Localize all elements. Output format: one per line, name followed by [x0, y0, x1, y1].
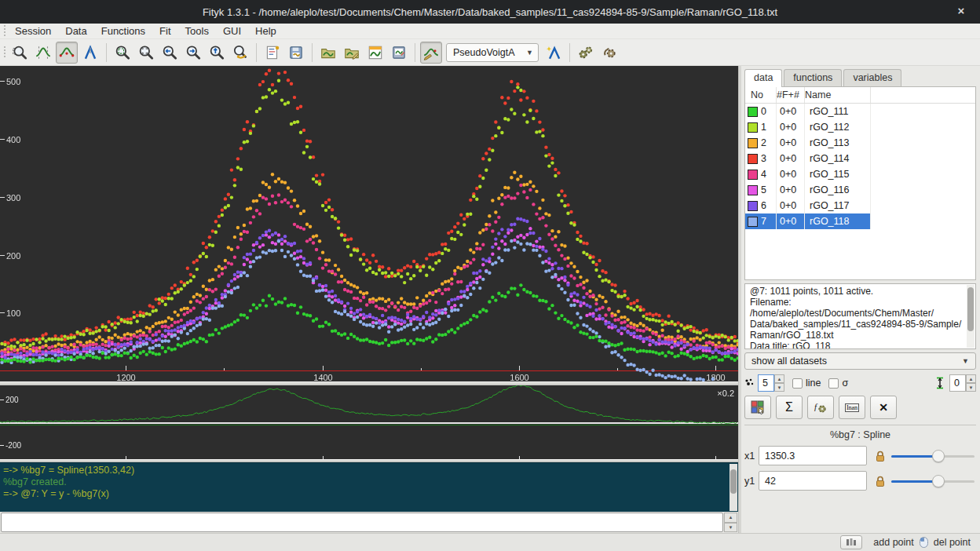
dataset-color-swatch[interactable] — [748, 185, 758, 195]
dataset-color-swatch[interactable] — [748, 170, 758, 180]
info-line: Data title: rGO_118 — [750, 341, 963, 349]
close-icon[interactable]: × — [953, 4, 969, 17]
save-session-icon — [287, 44, 305, 61]
param-y1-input[interactable]: 42 — [759, 471, 867, 491]
content-area: =-> %bg7 = Spline(1350.3,42) %bg7 create… — [0, 66, 980, 533]
table-row[interactable]: 1 0+0 rGO_112 — [745, 119, 975, 135]
zoom-right-button[interactable] — [182, 42, 204, 64]
shift-spinner[interactable]: 0 ▲▼ — [949, 374, 976, 392]
load-data-custom-button[interactable] — [341, 42, 363, 64]
shift-value[interactable]: 0 — [949, 374, 966, 392]
spin-up-icon[interactable]: ▲ — [966, 374, 976, 383]
param-x1-slider[interactable] — [891, 450, 975, 462]
baseline-mode-button[interactable] — [56, 42, 78, 64]
dataset-color-swatch[interactable] — [748, 107, 758, 117]
undo-fit-icon — [601, 44, 618, 61]
toolbar-separator — [256, 43, 257, 62]
zoom-all-button[interactable] — [112, 42, 133, 64]
menu-data[interactable]: Data — [58, 24, 93, 38]
chevron-down-icon: ▼ — [962, 357, 969, 365]
table-row[interactable]: 4 0+0 rGO_115 — [745, 166, 975, 182]
save-image-button[interactable] — [388, 42, 410, 64]
load-data-button[interactable] — [317, 42, 339, 64]
zoom-previous-button[interactable] — [229, 42, 251, 64]
spin-down-icon[interactable]: ▼ — [966, 383, 976, 392]
edit-function-mode-button[interactable] — [420, 42, 442, 64]
main-plot[interactable] — [0, 66, 738, 381]
zoom-selection-button[interactable] — [135, 42, 157, 64]
tab-variables[interactable]: variables — [843, 69, 901, 86]
param-x1-input[interactable]: 1350.3 — [759, 446, 867, 465]
menubar-grip[interactable] — [2, 25, 8, 38]
table-row[interactable]: 0 0+0 rGO_111 — [745, 104, 975, 119]
delete-button[interactable]: ✕ — [870, 396, 897, 419]
mouse-hints-button[interactable] — [840, 535, 862, 549]
slider-thumb[interactable] — [932, 475, 945, 487]
aux-plot[interactable] — [0, 385, 738, 459]
spin-up-icon[interactable]: ▲ — [774, 374, 784, 383]
tab-data[interactable]: data — [744, 69, 782, 87]
line-checkbox[interactable] — [792, 378, 803, 389]
add-peak-mode-button[interactable] — [79, 42, 101, 64]
command-input[interactable] — [1, 513, 723, 532]
menu-session[interactable]: Session — [8, 24, 58, 38]
main-toolbar: PseudoVoigtA ▼ — [0, 39, 980, 66]
sigma-checkbox[interactable] — [828, 378, 839, 389]
script-editor-button[interactable] — [261, 42, 283, 64]
auto-add-peak-button[interactable] — [543, 42, 565, 64]
table-row[interactable]: 2 0+0 rGO_113 — [745, 135, 975, 151]
menu-gui[interactable]: GUI — [216, 24, 248, 38]
menu-functions[interactable]: Functions — [94, 24, 152, 38]
zoom-rect-mode-button[interactable] — [9, 42, 31, 64]
sidebar-tabs: data functions variables — [744, 69, 976, 86]
sum-button[interactable]: Σ — [776, 396, 803, 419]
spin-down-icon[interactable]: ▼ — [774, 383, 784, 392]
dataset-color-swatch[interactable] — [748, 138, 758, 148]
menu-bar: Session Data Functions Fit Tools GUI Hel… — [0, 24, 980, 39]
history-up-icon[interactable]: ▲ — [724, 513, 737, 523]
table-row[interactable]: 5 0+0 rGO_116 — [745, 182, 975, 198]
zoom-right-icon — [185, 44, 202, 61]
run-fit-button[interactable] — [575, 42, 597, 64]
table-row[interactable]: 6 0+0 rGO_117 — [745, 198, 975, 213]
data-range-mode-button[interactable] — [32, 42, 54, 64]
history-down-icon[interactable]: ▼ — [724, 523, 737, 533]
info-scrollbar[interactable] — [967, 285, 975, 348]
dataset-color-swatch[interactable] — [748, 201, 758, 211]
inactive-data-button[interactable]: Inan — [839, 396, 865, 419]
command-history-spinner[interactable]: ▲ ▼ — [724, 513, 737, 532]
param-y1-slider[interactable] — [891, 475, 975, 487]
zoom-left-button[interactable] — [159, 42, 181, 64]
title-bar: Fityk 1.3.1 - /home/aleplo/test/Document… — [0, 0, 980, 24]
line-checkbox-label: line — [806, 378, 821, 389]
toolbar-grip[interactable] — [2, 46, 8, 59]
console-output: =-> %bg7 = Spline(1350.3,42) %bg7 create… — [0, 462, 738, 512]
slider-thumb[interactable] — [932, 450, 945, 462]
undo-fit-button[interactable] — [598, 42, 620, 64]
menu-tools[interactable]: Tools — [178, 24, 216, 38]
table-row[interactable]: 3 0+0 rGO_114 — [745, 151, 975, 166]
save-session-button[interactable] — [285, 42, 307, 64]
point-size-spinner[interactable]: 5 ▲▼ — [758, 374, 784, 392]
table-row[interactable]: 7 0+0 rGO_118 — [745, 213, 975, 229]
tab-functions[interactable]: functions — [784, 69, 842, 86]
dataset-color-swatch[interactable] — [748, 217, 758, 227]
peak-type-combo[interactable]: PseudoVoigtA ▼ — [446, 43, 539, 62]
menu-help[interactable]: Help — [248, 24, 283, 38]
quick-functions-button[interactable]: f — [807, 396, 834, 419]
edit-function-icon — [422, 44, 440, 61]
menu-fit[interactable]: Fit — [152, 24, 177, 38]
data-colors-button[interactable] — [744, 396, 771, 419]
dataset-color-swatch[interactable] — [748, 154, 758, 164]
zoom-vertical-button[interactable] — [206, 42, 228, 64]
mouse-icon — [919, 536, 929, 549]
lock-icon[interactable] — [875, 450, 886, 462]
console-scrollbar[interactable] — [730, 464, 737, 511]
dataset-filter-dropdown[interactable]: show all datasets ▼ — [744, 352, 976, 370]
edit-data-button[interactable] — [364, 42, 386, 64]
param-label: y1 — [744, 476, 759, 487]
color-grid-icon — [750, 400, 766, 415]
dataset-color-swatch[interactable] — [748, 122, 758, 133]
lock-icon[interactable] — [875, 475, 886, 487]
point-size-value[interactable]: 5 — [758, 374, 774, 392]
